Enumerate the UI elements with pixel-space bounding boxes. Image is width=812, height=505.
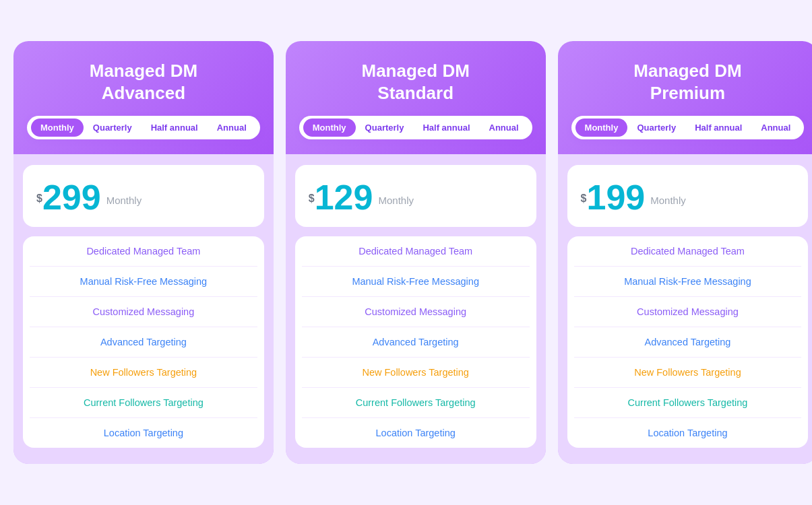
price-amount-advanced: 299 [42,180,101,215]
pricing-cards-container: Managed DMAdvanced MonthlyQuarterlyHalf … [13,41,799,464]
feature-item-0-advanced: Dedicated Managed Team [30,236,257,267]
billing-btn-quarterly-advanced[interactable]: Quarterly [84,119,142,137]
feature-item-1-advanced: Manual Risk-Free Messaging [30,267,257,297]
plan-header-standard: Managed DMStandard MonthlyQuarterlyHalf … [286,41,546,154]
feature-item-5-advanced: Current Followers Targeting [30,388,257,418]
billing-btn-half-annual-premium[interactable]: Half annual [685,119,751,137]
price-dollar-standard: $ [309,193,315,204]
price-amount-premium: 199 [586,180,645,215]
billing-btn-monthly-standard[interactable]: Monthly [303,119,356,137]
features-list-premium: Dedicated Managed TeamManual Risk-Free M… [567,236,809,448]
feature-item-1-standard: Manual Risk-Free Messaging [302,267,530,297]
plan-card-standard: Managed DMStandard MonthlyQuarterlyHalf … [286,41,546,464]
price-dollar-advanced: $ [36,193,42,204]
feature-item-2-premium: Customized Messaging [574,297,802,327]
price-period-advanced: Monthly [106,195,142,206]
billing-btn-monthly-premium[interactable]: Monthly [575,119,628,137]
plan-header-premium: Managed DMPremium MonthlyQuarterlyHalf a… [558,41,812,154]
feature-item-1-premium: Manual Risk-Free Messaging [574,267,802,297]
billing-btn-half-annual-standard[interactable]: Half annual [413,119,479,137]
plan-card-advanced: Managed DMAdvanced MonthlyQuarterlyHalf … [13,41,274,464]
plan-header-advanced: Managed DMAdvanced MonthlyQuarterlyHalf … [13,41,274,154]
billing-btn-annual-standard[interactable]: Annual [480,119,528,137]
plan-title-advanced: Managed DMAdvanced [27,60,260,104]
feature-item-5-premium: Current Followers Targeting [574,388,802,418]
features-list-advanced: Dedicated Managed TeamManual Risk-Free M… [23,236,264,448]
plan-card-inner-standard: Managed DMStandard MonthlyQuarterlyHalf … [286,41,546,464]
billing-toggle-premium: MonthlyQuarterlyHalf annualAnnual [571,116,805,139]
feature-item-6-advanced: Location Targeting [30,418,257,448]
billing-btn-half-annual-advanced[interactable]: Half annual [142,119,208,137]
price-amount-standard: 129 [315,180,373,215]
billing-btn-annual-premium[interactable]: Annual [751,119,800,137]
feature-item-2-advanced: Customized Messaging [30,297,257,327]
price-section-advanced: $ 299 Monthly [23,165,264,227]
feature-item-6-standard: Location Targeting [302,418,530,448]
feature-item-3-standard: Advanced Targeting [302,327,530,358]
feature-item-3-advanced: Advanced Targeting [30,327,257,358]
price-dollar-premium: $ [581,193,587,204]
feature-item-0-standard: Dedicated Managed Team [302,236,530,267]
feature-item-3-premium: Advanced Targeting [574,327,802,358]
price-section-standard: $ 129 Monthly [295,165,536,227]
plan-card-inner-premium: Managed DMPremium MonthlyQuarterlyHalf a… [558,41,812,464]
billing-btn-quarterly-premium[interactable]: Quarterly [627,119,685,137]
billing-btn-annual-advanced[interactable]: Annual [208,119,256,137]
plan-card-inner-advanced: Managed DMAdvanced MonthlyQuarterlyHalf … [13,41,274,464]
feature-item-0-premium: Dedicated Managed Team [574,236,802,267]
billing-btn-monthly-advanced[interactable]: Monthly [31,119,84,137]
feature-item-4-advanced: New Followers Targeting [30,358,257,388]
price-section-premium: $ 199 Monthly [567,165,809,227]
plan-title-standard: Managed DMStandard [299,60,532,104]
feature-item-6-premium: Location Targeting [574,418,802,448]
plan-title-premium: Managed DMPremium [571,60,805,104]
feature-item-4-premium: New Followers Targeting [574,358,802,388]
feature-item-4-standard: New Followers Targeting [302,358,530,388]
billing-toggle-advanced: MonthlyQuarterlyHalf annualAnnual [27,116,260,139]
plan-card-premium: Managed DMPremium MonthlyQuarterlyHalf a… [558,41,812,464]
price-period-standard: Monthly [378,195,414,206]
billing-btn-quarterly-standard[interactable]: Quarterly [356,119,414,137]
price-period-premium: Monthly [650,195,686,206]
features-list-standard: Dedicated Managed TeamManual Risk-Free M… [295,236,536,448]
billing-toggle-standard: MonthlyQuarterlyHalf annualAnnual [299,116,532,139]
feature-item-5-standard: Current Followers Targeting [302,388,530,418]
feature-item-2-standard: Customized Messaging [302,297,530,327]
